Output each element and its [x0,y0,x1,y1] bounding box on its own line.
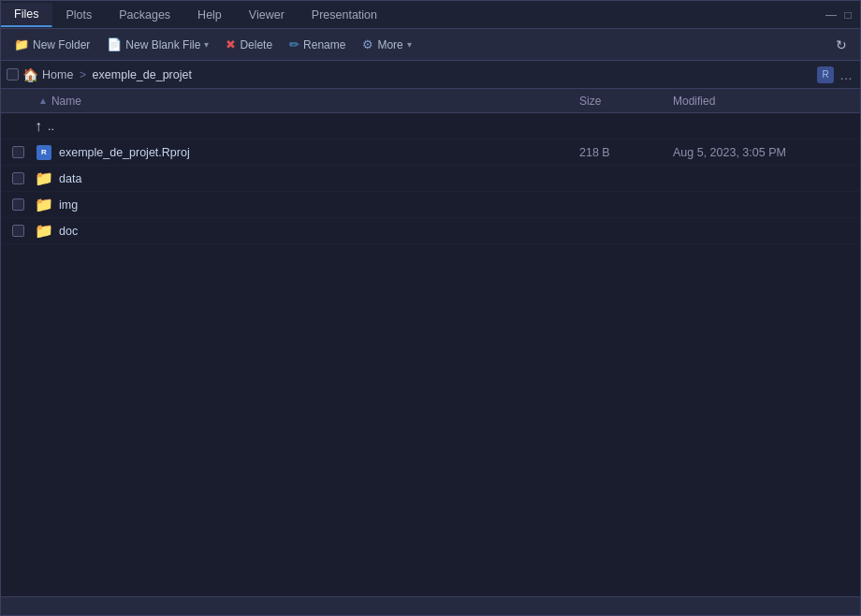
table-row[interactable]: R exemple_de_projet.Rproj 218 B Aug 5, 2… [1,139,860,166]
parent-dots: .. [48,120,54,133]
minimize-button[interactable]: — [825,8,838,22]
tab-viewer[interactable]: Viewer [236,4,299,26]
new-blank-file-label: New Blank File [125,38,200,51]
refresh-button[interactable]: ↻ [828,35,854,55]
breadcrumb-home[interactable]: Home [42,68,73,81]
row-check[interactable] [1,198,35,211]
maximize-button[interactable]: □ [841,8,854,22]
up-arrow-icon: ↑ [35,118,42,135]
new-file-dropdown-arrow[interactable]: ▾ [204,39,209,50]
rename-button[interactable]: ✏ Rename [282,35,353,54]
tab-help[interactable]: Help [184,4,236,26]
rename-label: Rename [303,38,345,51]
folder-doc-icon: 📁 [35,222,53,241]
new-file-icon: 📄 [107,37,122,51]
breadcrumb: Home > exemple_de_projet [42,68,192,81]
delete-label: Delete [240,38,272,51]
file-modified-rproj: Aug 5, 2023, 3:05 PM [673,146,860,159]
rproj-file-icon: R [35,143,53,162]
file-checkbox[interactable] [12,146,24,158]
folder-img-icon: 📁 [35,196,53,214]
folder-icon: 📁 [35,169,53,187]
file-size-rproj: 218 B [579,146,673,159]
r-badge[interactable]: R [817,66,834,83]
delete-icon: ✖ [226,37,236,51]
more-button[interactable]: ⚙ More ▾ [355,35,418,54]
select-all-checkbox[interactable] [7,68,19,81]
window-controls: — □ [825,8,860,22]
folder-icon: 📁 [35,222,53,240]
file-name-rproj: exemple_de_projet.Rproj [59,146,579,159]
file-name-doc: doc [59,225,579,238]
folder-icon: 📁 [35,196,53,213]
more-icon: ⚙ [362,37,373,51]
tab-plots[interactable]: Plots [52,4,106,26]
delete-button[interactable]: ✖ Delete [218,35,280,54]
row-check[interactable] [1,172,35,184]
tab-packages[interactable]: Packages [106,4,184,26]
file-checkbox[interactable] [12,225,24,237]
parent-directory-row[interactable]: ↑ .. [1,113,860,139]
rename-icon: ✏ [289,37,299,51]
file-checkbox[interactable] [12,172,24,184]
files-panel: Files Plots Packages Help Viewer Present… [0,0,861,616]
column-headers: ▲ Name Size Modified [1,89,860,113]
breadcrumb-current: exemple_de_projet [93,68,192,81]
file-checkbox[interactable] [12,198,24,211]
file-name-img: img [59,198,579,212]
header-size-col[interactable]: Size [579,95,673,108]
tab-presentation[interactable]: Presentation [299,4,391,26]
address-bar: 🏠 Home > exemple_de_projet R … [1,61,860,89]
new-folder-icon: 📁 [14,37,29,51]
table-row[interactable]: 📁 data [1,166,860,192]
rproj-badge: R [36,145,51,160]
status-bar [1,596,860,615]
new-folder-button[interactable]: 📁 New Folder [7,35,97,54]
sort-arrow: ▲ [38,95,48,106]
new-folder-label: New Folder [33,38,90,51]
tab-bar: Files Plots Packages Help Viewer Present… [1,1,860,29]
more-label: More [377,38,402,51]
table-row[interactable]: 📁 img [1,192,860,218]
row-check[interactable] [1,225,35,237]
more-dropdown-arrow: ▾ [407,39,412,50]
address-bar-right: R … [817,66,854,83]
breadcrumb-separator: > [80,68,90,81]
home-icon[interactable]: 🏠 [22,67,38,82]
row-check[interactable] [1,146,35,158]
file-list: ▲ Name Size Modified ↑ .. R exemple_de_p… [1,89,860,596]
new-blank-file-button[interactable]: 📄 New Blank File ▾ [99,35,216,54]
address-more-button[interactable]: … [838,66,854,83]
tab-files[interactable]: Files [1,3,52,27]
header-name-col[interactable]: ▲ Name [35,95,579,108]
table-row[interactable]: 📁 doc [1,218,860,244]
toolbar: 📁 New Folder 📄 New Blank File ▾ ✖ Delete… [1,29,860,61]
file-name-data: data [59,172,579,185]
name-col-label: Name [51,95,81,108]
header-modified-col[interactable]: Modified [673,95,860,108]
folder-data-icon: 📁 [35,169,53,188]
